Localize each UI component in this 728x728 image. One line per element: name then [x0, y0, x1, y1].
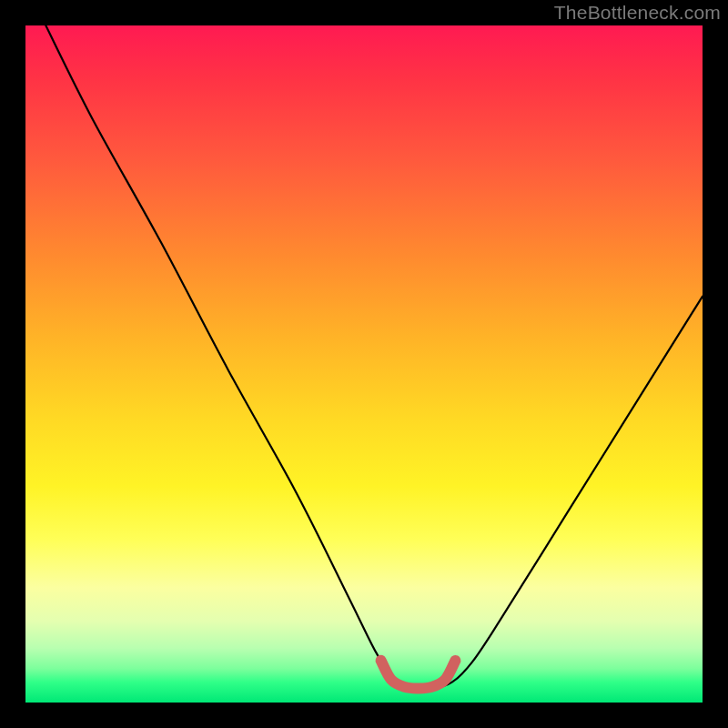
bottleneck-curve-path: [46, 25, 703, 690]
watermark-text: TheBottleneck.com: [554, 2, 721, 24]
valley-marker-path: [381, 661, 456, 689]
chart-svg: [25, 25, 703, 703]
chart-frame: TheBottleneck.com: [0, 0, 728, 728]
plot-area: [25, 25, 703, 703]
